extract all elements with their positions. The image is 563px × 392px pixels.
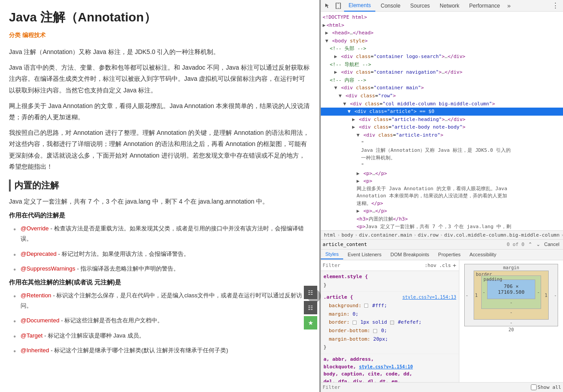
search-count: 0 of 0 (507, 242, 525, 247)
filter-cls-button[interactable]: .cls (438, 263, 452, 268)
devtools-panel: Elements Console Sources Network Perform… (321, 0, 563, 392)
breadcrumb-row[interactable]: div.row (416, 232, 440, 238)
tree-div-intro[interactable]: ▼ <div class="article-intro"> (321, 131, 563, 139)
box-border-left: 1 (475, 292, 478, 297)
tree-body[interactable]: ▼ <body style> (321, 37, 563, 45)
meta-annotation-name-4: @Inherited (21, 347, 49, 354)
box-padding-label: padding (483, 277, 502, 282)
tree-div-heading[interactable]: ▶ <div class="article-heading">…</div> (321, 116, 563, 124)
box-margin-label: margin (503, 265, 519, 270)
tree-p4: <p>Java 定义了一套注解，共有 7 个，3 个在 java.lang 中，… (321, 223, 513, 230)
meta-annotation-name-2: @Documented (21, 317, 59, 324)
more-tabs-button[interactable]: » (505, 2, 513, 9)
meta-annotation-name-3: @Target (21, 332, 42, 339)
breadcrumb-main[interactable]: div.container.main (357, 232, 413, 238)
tab-properties[interactable]: Properties (434, 250, 465, 259)
tab-styles[interactable]: Styles (321, 250, 343, 259)
breadcrumb-bar: html › body › div.container.main › div.r… (321, 230, 563, 240)
mobile-icon[interactable] (333, 1, 343, 11)
tree-text-content: Java 注解（Annotation）又称 Java 标注，是 JDK5.0 引… (321, 147, 513, 162)
computed-filter-bar: Show all (321, 382, 563, 392)
meta-annotation-name-1: @Retention (21, 292, 51, 299)
annotation-desc-2: - 标记过时方法。如果使用该方法，会报编译警告。 (56, 250, 189, 257)
tree-div-logo[interactable]: ▶ <div class="container logo-search">…</… (321, 53, 563, 61)
tree-div-article[interactable]: ▼ <div class="article"> == $0 (321, 108, 563, 116)
show-all-checkbox[interactable]: Show all (531, 384, 561, 390)
box-content: 706 × 17169.500 (487, 279, 535, 299)
cursor-icon[interactable] (323, 1, 332, 11)
tree-div-body[interactable]: ▶ <div class="article-body note-body"> (321, 123, 563, 131)
tree-div-nav[interactable]: ▶ <div class="container navigation">…</d… (321, 68, 563, 76)
search-cancel-button[interactable]: Cancel (542, 242, 561, 247)
search-prev-button[interactable]: ⌃ (526, 240, 534, 248)
category-label: 分类 (9, 32, 21, 38)
list-item: @Documented - 标记这些注解是否包含在用户文档中。 (13, 315, 310, 325)
tree-p1[interactable]: ▶ <p>…</p> (321, 170, 563, 178)
css-rule-global: a, abbr, address, style.css?v=1.154:10bl… (321, 354, 459, 382)
styles-tabs: Styles Event Listeners DOM Breakpoints P… (321, 250, 563, 260)
annotation-name-3: @SuppressWarnings (21, 265, 76, 272)
meta-annotations-list: @Retention - 标识这个注解怎么保存，是只在代码中，还是编入class… (9, 290, 310, 356)
styles-filter-input[interactable] (323, 263, 423, 268)
show-all-input[interactable] (531, 384, 537, 390)
computed-filter-input[interactable] (323, 384, 531, 390)
box-padding-right: - (537, 290, 540, 295)
meta-annotation-desc-2: - 标记这些注解是否包含在用户文档中。 (59, 317, 164, 324)
svg-point-1 (338, 8, 339, 8)
tree-div-col[interactable]: ▼ <div class="col middle-column big-midd… (321, 100, 563, 108)
css-source-link-2[interactable]: style.css?v=1.154:10 (359, 363, 413, 370)
svg-rect-2 (337, 3, 339, 4)
tab-dom-breakpoints[interactable]: DOM Breakpoints (386, 250, 434, 259)
tree-div-row[interactable]: ▼ <div class="row"> (321, 92, 563, 100)
box-margin-bottom: - (510, 320, 513, 325)
tree-html[interactable]: ▶<html> (321, 21, 563, 29)
tree-head[interactable]: ▶ <head>…</head> (321, 29, 563, 37)
tab-elements[interactable]: Elements (344, 0, 375, 12)
article-intro-1: Java 注解（Annotation）又称 Java 标注，是 JDK5.0 引… (9, 46, 310, 58)
search-next-button[interactable]: ⌄ (534, 240, 542, 248)
annotation-name-2: @Deprecated (21, 250, 56, 257)
tab-network[interactable]: Network (435, 0, 464, 12)
article-category: 分类 编程技术 (9, 31, 310, 39)
qr-code-button[interactable]: ☷ (304, 286, 317, 299)
search-input[interactable] (323, 242, 507, 247)
breadcrumb-col[interactable]: div.col.middle-column.big-middle-column (443, 232, 561, 238)
tree-p2[interactable]: ▶ <p> (321, 177, 563, 185)
html-tree[interactable]: <!DOCTYPE html> ▶<html> ▶ <head>…</head>… (321, 12, 563, 230)
section1-text: Java 定义了一套注解，共有 7 个，3 个在 java.lang 中，剩下 … (9, 196, 310, 207)
share-button[interactable]: ☷ (304, 301, 317, 314)
show-all-label: Show all (538, 384, 561, 390)
breadcrumb-body[interactable]: body (340, 232, 355, 238)
float-icons: ☷ ☷ ★ (304, 286, 319, 329)
box-border-bottom: - (481, 310, 541, 315)
list-item: @Override - 检查该方法是否是重载方法。如果发现其父类，或者是引用的接… (13, 223, 310, 244)
tree-doctype: <!DOCTYPE html> (321, 13, 563, 21)
category-value[interactable]: 编程技术 (22, 32, 46, 38)
box-border-right: 1 (545, 292, 547, 297)
tree-comment-content: <!-- 内容 --> (321, 76, 563, 84)
meta-annotation-desc-3: - 标记这个注解应该是哪种 Java 成员。 (42, 332, 144, 339)
tab-accessibility[interactable]: Accessibility (465, 250, 501, 259)
tab-sources[interactable]: Sources (406, 0, 434, 12)
tab-performance[interactable]: Performance (465, 0, 504, 12)
devtools-menu-button[interactable]: ⋮ (550, 1, 561, 10)
breadcrumb-html[interactable]: html (323, 232, 337, 238)
box-margin-right: - (554, 292, 557, 297)
devtools-toolbar: Elements Console Sources Network Perform… (321, 0, 563, 12)
tree-h3: <h3>内置的注解</h3> (321, 215, 563, 223)
list-item: @SuppressWarnings - 指示编译器去忽略注解中声明的警告。 (13, 263, 310, 274)
article-panel: Java 注解（Annotation） 分类 编程技术 Java 注解（Anno… (0, 0, 319, 392)
list-item: @Deprecated - 标记过时方法。如果使用该方法，会报编译警告。 (13, 249, 310, 259)
filter-hov-button[interactable]: :hov (423, 263, 438, 268)
list-item: @Inherited - 标记这个注解是继承于哪个注解类(默认 注解并没有继承于… (13, 345, 310, 355)
box-margin-left: - (466, 292, 468, 297)
tree-text-quote1: " (321, 139, 563, 147)
add-style-button[interactable]: + (452, 262, 457, 269)
tree-div-main[interactable]: ▼ <div class="container main"> (321, 84, 563, 92)
annotation-name-1: @Override (21, 225, 49, 232)
tree-p3[interactable]: ▶ <p>…</p> (321, 207, 563, 215)
tree-comment-head: <!-- 头部 --> (321, 45, 563, 53)
favorite-button[interactable]: ★ (304, 316, 317, 329)
tab-console[interactable]: Console (376, 0, 405, 12)
tab-event-listeners[interactable]: Event Listeners (343, 250, 386, 259)
